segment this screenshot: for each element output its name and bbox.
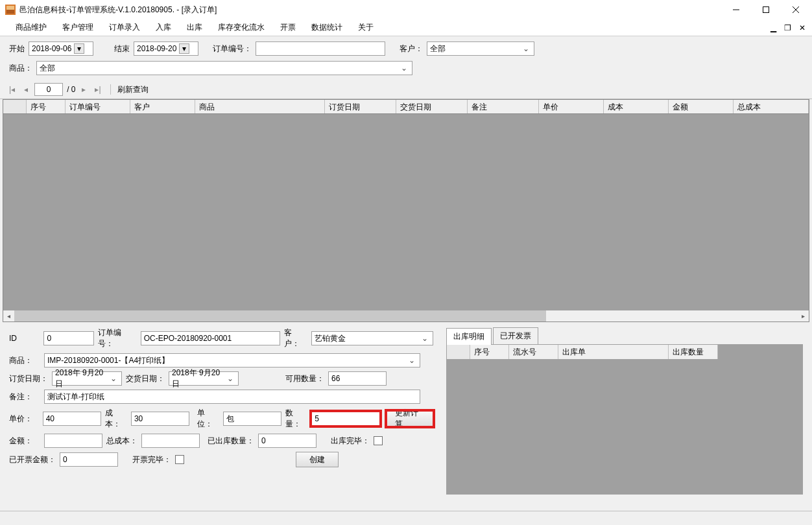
detail-col-seq[interactable]: 序号 — [470, 345, 509, 359]
unit-input[interactable] — [223, 412, 281, 426]
qty-input[interactable] — [311, 412, 380, 426]
chevron-down-icon: ⌄ — [407, 356, 417, 365]
customer-combo[interactable]: 艺铂黄金 ⌄ — [311, 331, 433, 345]
shipped-qty-label: 已出库数量： — [208, 436, 254, 447]
menubar: 商品维护 客户管理 订单录入 入库 出库 库存变化流水 开票 数据统计 关于 ▁… — [0, 19, 812, 36]
shipped-qty-input[interactable] — [258, 434, 316, 448]
chevron-down-icon: ⌄ — [420, 334, 430, 343]
menu-inbound[interactable]: 入库 — [148, 19, 179, 36]
detail-col-outbound[interactable]: 出库单 — [558, 345, 669, 359]
app-icon — [5, 5, 16, 15]
order-date-label: 订货日期： — [9, 373, 48, 384]
col-total-cost[interactable]: 总成本 — [734, 100, 809, 113]
shipped-done-label: 出库完毕： — [331, 436, 370, 447]
unit-label: 单位： — [197, 408, 219, 430]
maximize-button[interactable] — [751, 0, 781, 19]
customer-filter-combo[interactable]: 全部 ⌄ — [427, 41, 534, 56]
pager-last-icon[interactable]: ▸| — [92, 85, 103, 94]
col-remark[interactable]: 备注 — [468, 100, 539, 113]
menu-stats[interactable]: 数据统计 — [304, 19, 350, 36]
scroll-thumb[interactable] — [14, 310, 546, 321]
pager-current-input[interactable] — [34, 83, 63, 96]
unit-price-label: 单价： — [9, 414, 39, 425]
amount-label: 金额： — [9, 436, 40, 447]
scroll-right-icon[interactable]: ▸ — [798, 310, 809, 321]
col-amount[interactable]: 金额 — [669, 100, 734, 113]
product-filter-value: 全部 — [40, 63, 399, 74]
calendar-icon[interactable]: ▾ — [179, 43, 189, 54]
chevron-down-icon: ⌄ — [399, 64, 409, 73]
menu-order-entry[interactable]: 订单录入 — [101, 19, 148, 36]
mdi-minimize-icon[interactable]: ▁ — [767, 22, 780, 34]
col-cost[interactable]: 成本 — [604, 100, 669, 113]
refresh-button[interactable]: 刷新查询 — [117, 84, 149, 95]
product-value: IMP-20180920-0001-【A4打印纸】 — [47, 355, 407, 366]
menu-outbound[interactable]: 出库 — [179, 19, 210, 36]
order-no-input[interactable] — [141, 331, 281, 345]
col-customer[interactable]: 客户 — [130, 100, 195, 113]
col-product[interactable]: 商品 — [195, 100, 325, 113]
order-no-label: 订单编号： — [98, 327, 136, 349]
recalc-button[interactable]: 更新计算 — [387, 411, 433, 426]
mdi-close-icon[interactable]: ✕ — [795, 22, 809, 34]
unit-price-input[interactable] — [43, 412, 101, 426]
remark-input[interactable] — [44, 390, 420, 404]
col-delivery-date[interactable]: 交货日期 — [396, 100, 468, 113]
menu-stock-flow[interactable]: 库存变化流水 — [210, 19, 272, 36]
tab-invoiced[interactable]: 已开发票 — [493, 327, 538, 344]
end-date-picker[interactable]: 2018-09-20 ▾ — [134, 41, 198, 56]
grid-hscrollbar[interactable]: ◂ ▸ — [3, 310, 809, 321]
close-button[interactable] — [781, 0, 811, 19]
start-date-picker[interactable]: 2018-09-06 ▾ — [29, 41, 93, 56]
available-qty-input[interactable] — [328, 371, 387, 386]
order-date-picker[interactable]: 2018年 9月20日 ⌄ — [52, 371, 122, 386]
customer-label: 客户： — [284, 327, 307, 349]
detail-col-filler — [718, 345, 802, 359]
col-unit-price[interactable]: 单价 — [539, 100, 604, 113]
detail-tabs-panel: 出库明细 已开发票 序号 流水号 出库单 出库数量 — [446, 327, 803, 495]
detail-grid-header: 序号 流水号 出库单 出库数量 — [447, 345, 802, 359]
grid-header: 序号 订单编号 客户 商品 订货日期 交货日期 备注 单价 成本 金额 总成本 — [3, 100, 809, 114]
tab-outbound-detail[interactable]: 出库明细 — [446, 328, 492, 345]
filter-row-1: 开始 2018-09-06 ▾ 结束 2018-09-20 ▾ 订单编号： 客户… — [0, 36, 812, 58]
scroll-left-icon[interactable]: ◂ — [3, 310, 14, 321]
total-cost-input[interactable] — [141, 434, 200, 448]
pager-first-icon[interactable]: |◂ — [6, 85, 18, 94]
mdi-restore-icon[interactable]: ❐ — [780, 22, 795, 34]
calendar-icon[interactable]: ▾ — [74, 43, 84, 54]
delivery-date-picker[interactable]: 2018年 9月20日 ⌄ — [169, 371, 239, 386]
product-filter-combo[interactable]: 全部 ⌄ — [36, 61, 412, 75]
invoiced-amount-input[interactable] — [60, 452, 118, 467]
customer-filter-value: 全部 — [430, 43, 521, 54]
shipped-done-checkbox[interactable] — [374, 436, 383, 445]
detail-row-selector — [447, 345, 470, 359]
menu-customer[interactable]: 客户管理 — [54, 19, 101, 36]
col-seq[interactable]: 序号 — [27, 100, 66, 113]
amount-input[interactable] — [44, 434, 102, 448]
grid-row-selector-header — [3, 100, 27, 113]
create-button[interactable]: 创建 — [296, 452, 339, 467]
minimize-button[interactable] — [721, 0, 751, 19]
menu-about[interactable]: 关于 — [350, 19, 381, 36]
titlebar: 邑泊信息科技-订单管理系统-V.1.0.20180905. - [录入订单] — [0, 0, 812, 19]
separator — [110, 84, 111, 95]
order-date-value: 2018年 9月20日 — [55, 368, 108, 390]
pager-next-icon[interactable]: ▸ — [79, 85, 88, 94]
cost-input[interactable] — [131, 412, 189, 426]
menu-product[interactable]: 商品维护 — [8, 19, 54, 36]
pager-prev-icon[interactable]: ◂ — [21, 85, 30, 94]
id-input[interactable] — [43, 331, 94, 345]
menu-invoice[interactable]: 开票 — [272, 19, 304, 36]
order-no-filter-input[interactable] — [256, 41, 385, 56]
grid-body-empty — [3, 114, 809, 312]
tab-content-grid[interactable]: 序号 流水号 出库单 出库数量 — [446, 344, 803, 495]
invoice-done-checkbox[interactable] — [175, 455, 184, 464]
detail-col-flow[interactable]: 流水号 — [509, 345, 558, 359]
detail-col-qty[interactable]: 出库数量 — [669, 345, 718, 359]
invoice-done-label: 开票完毕： — [132, 454, 171, 465]
product-combo[interactable]: IMP-20180920-0001-【A4打印纸】 ⌄ — [44, 353, 420, 368]
end-date-value: 2018-09-20 — [137, 44, 176, 53]
col-order-date[interactable]: 订货日期 — [325, 100, 396, 113]
col-order-no[interactable]: 订单编号 — [66, 100, 130, 113]
main-grid[interactable]: 序号 订单编号 客户 商品 订货日期 交货日期 备注 单价 成本 金额 总成本 … — [3, 99, 809, 322]
